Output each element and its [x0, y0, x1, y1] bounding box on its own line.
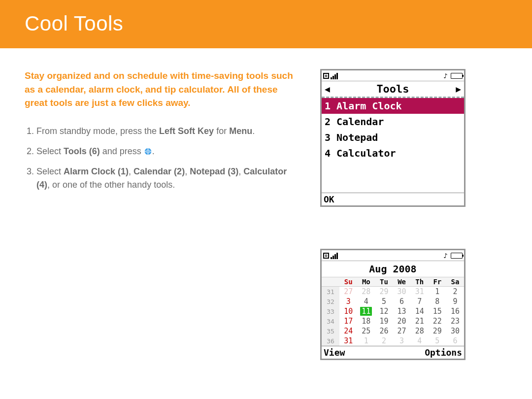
content-area: Stay organized and on schedule with time… — [0, 48, 532, 360]
calendar-day[interactable]: 27 — [339, 287, 357, 297]
softkey-bar: OK — [322, 193, 464, 205]
calendar-day[interactable]: 1 — [429, 287, 446, 297]
calendar-day[interactable]: 2 — [446, 287, 464, 297]
calendar-day[interactable]: 15 — [429, 306, 446, 316]
step-3: Select Alarm Clock (1), Calendar (2), No… — [36, 165, 300, 192]
calendar-day[interactable]: 19 — [375, 316, 393, 326]
step-1: From standby mode, press the Left Soft K… — [36, 125, 300, 138]
calendar-day[interactable]: 1 — [357, 336, 375, 346]
softkey-right[interactable]: Options — [425, 347, 462, 358]
phone-screenshot-calendar: Aug 2008 SuMoTuWeThFrSa 3127282930311232… — [320, 249, 466, 360]
day-header: Fr — [429, 277, 446, 287]
battery-icon — [451, 253, 463, 259]
calendar-day[interactable]: 26 — [375, 326, 393, 336]
right-column: ◀ Tools ▶ 1 Alarm Clock2 Calendar3 Notep… — [320, 69, 468, 360]
calendar-day[interactable]: 22 — [429, 316, 446, 326]
day-header: Th — [411, 277, 429, 287]
calendar-day[interactable]: 24 — [339, 326, 357, 336]
calendar-day[interactable]: 4 — [411, 336, 429, 346]
calendar-day[interactable]: 5 — [375, 297, 393, 306]
music-icon — [443, 252, 449, 259]
globe-icon — [144, 147, 152, 156]
calendar-day[interactable]: 8 — [429, 297, 446, 306]
status-bar — [322, 70, 464, 81]
tab-header: ◀ Tools ▶ — [322, 81, 464, 98]
calendar-day[interactable]: 21 — [411, 316, 429, 326]
calendar-day[interactable]: 23 — [446, 316, 464, 326]
carrier-icon — [323, 73, 329, 79]
calendar-day[interactable]: 29 — [429, 326, 446, 336]
calendar-day[interactable]: 18 — [357, 316, 375, 326]
day-header: Su — [339, 277, 357, 287]
calendar-day[interactable]: 29 — [375, 287, 393, 297]
phone-screenshot-tools: ◀ Tools ▶ 1 Alarm Clock2 Calendar3 Notep… — [320, 69, 466, 207]
calendar-grid: SuMoTuWeThFrSa 3127282930311232345678933… — [322, 277, 464, 346]
softkey-bar: View Options — [322, 346, 464, 359]
day-header: We — [393, 277, 411, 287]
calendar-day[interactable]: 6 — [393, 297, 411, 306]
calendar-day[interactable]: 13 — [393, 306, 411, 316]
softkey-left[interactable]: View — [324, 347, 345, 358]
calendar-day[interactable]: 3 — [393, 336, 411, 346]
page-title: Cool Tools — [25, 12, 507, 35]
status-bar — [322, 250, 464, 261]
left-column: Stay organized and on schedule with time… — [25, 69, 300, 360]
battery-icon — [451, 73, 463, 79]
nav-right-icon[interactable]: ▶ — [456, 84, 461, 94]
menu-item[interactable]: 1 Alarm Clock — [322, 98, 464, 114]
page-header: Cool Tools — [0, 0, 532, 48]
calendar-day[interactable]: 30 — [446, 326, 464, 336]
calendar-day[interactable]: 31 — [411, 287, 429, 297]
calendar-day[interactable]: 30 — [393, 287, 411, 297]
calendar-day[interactable]: 28 — [357, 287, 375, 297]
calendar-day[interactable]: 27 — [393, 326, 411, 336]
signal-icon — [331, 252, 338, 259]
calendar-day[interactable]: 10 — [339, 306, 357, 316]
calendar-day[interactable]: 16 — [446, 306, 464, 316]
calendar-day[interactable]: 3 — [339, 297, 357, 306]
calendar-day[interactable]: 4 — [357, 297, 375, 306]
week-number: 33 — [322, 306, 339, 316]
week-number: 31 — [322, 287, 339, 297]
week-number: 32 — [322, 297, 339, 306]
intro-paragraph: Stay organized and on schedule with time… — [25, 69, 300, 110]
week-number: 34 — [322, 316, 339, 326]
calendar-day[interactable]: 9 — [446, 297, 464, 306]
menu-item[interactable]: 3 Notepad — [322, 130, 464, 145]
day-header: Mo — [357, 277, 375, 287]
day-header: Tu — [375, 277, 393, 287]
nav-left-icon[interactable]: ◀ — [325, 84, 330, 94]
svg-point-0 — [144, 148, 151, 155]
week-number: 36 — [322, 336, 339, 346]
calendar-month-title: Aug 2008 — [322, 261, 464, 277]
music-icon — [443, 72, 449, 79]
softkey-left[interactable]: OK — [324, 194, 334, 204]
menu-item[interactable]: 4 Calculator — [322, 145, 464, 161]
calendar-day[interactable]: 6 — [446, 336, 464, 346]
day-header: Sa — [446, 277, 464, 287]
calendar-day[interactable]: 7 — [411, 297, 429, 306]
menu-item[interactable]: 2 Calendar — [322, 114, 464, 130]
calendar-day[interactable]: 2 — [375, 336, 393, 346]
tab-title: Tools — [376, 83, 409, 95]
calendar-day[interactable]: 25 — [357, 326, 375, 336]
calendar-day[interactable]: 20 — [393, 316, 411, 326]
signal-icon — [331, 72, 338, 79]
calendar-day[interactable]: 12 — [375, 306, 393, 316]
calendar-day[interactable]: 31 — [339, 336, 357, 346]
step-2: Select Tools (6) and press . — [36, 145, 300, 158]
carrier-icon — [323, 253, 329, 259]
today-marker: 11 — [360, 307, 372, 316]
calendar-day[interactable]: 28 — [411, 326, 429, 336]
week-number: 35 — [322, 326, 339, 336]
calendar-day[interactable]: 17 — [339, 316, 357, 326]
menu-list: 1 Alarm Clock2 Calendar3 Notepad4 Calcul… — [322, 98, 464, 193]
calendar-day[interactable]: 11 — [357, 306, 375, 316]
calendar-day[interactable]: 14 — [411, 306, 429, 316]
steps-list: From standby mode, press the Left Soft K… — [25, 125, 300, 192]
calendar-day[interactable]: 5 — [429, 336, 446, 346]
